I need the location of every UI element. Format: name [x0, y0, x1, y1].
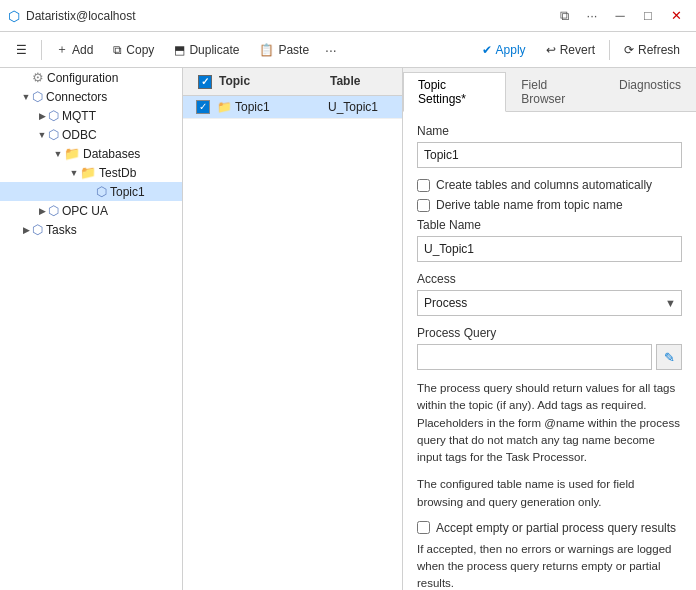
col-header-check	[183, 72, 211, 91]
row-checkbox[interactable]	[196, 100, 210, 114]
row-check	[183, 99, 211, 115]
table-name-label: Table Name	[417, 218, 682, 232]
process-query-edit-btn[interactable]: ✎	[656, 344, 682, 370]
tree-item-configuration[interactable]: ⚙ Configuration	[0, 68, 182, 87]
tree-item-connectors[interactable]: ▼ ⬡ Connectors	[0, 87, 182, 106]
derive-table-checkbox[interactable]	[417, 199, 430, 212]
title-bar: ⬡ Dataristix@localhost ⧉ ··· ─ □ ✕	[0, 0, 696, 32]
window-icon-btn[interactable]: ⧉	[552, 4, 576, 28]
tab-topic-settings[interactable]: Topic Settings*	[403, 72, 506, 112]
row-topic-label: Topic1	[235, 100, 270, 114]
accept-empty-label[interactable]: Accept empty or partial process query re…	[436, 521, 676, 535]
toggle-topic1	[84, 186, 96, 198]
duplicate-icon: ⬒	[174, 43, 185, 57]
tabs: Topic Settings* Field Browser Diagnostic…	[403, 68, 696, 112]
duplicate-button[interactable]: ⬒ Duplicate	[166, 39, 247, 61]
accept-empty-checkbox[interactable]	[417, 521, 430, 534]
tree-label-odbc: ODBC	[62, 128, 97, 142]
info-text-2: The configured table name is used for fi…	[417, 476, 682, 511]
tree-label-databases: Databases	[83, 147, 140, 161]
folder-icon-testdb: 📁	[80, 165, 96, 180]
toolbar: ☰ ＋ Add ⧉ Copy ⬒ Duplicate 📋 Paste ··· ✔…	[0, 32, 696, 68]
tab-field-browser[interactable]: Field Browser	[506, 72, 604, 111]
tree-item-topic1[interactable]: ⬡ Topic1	[0, 182, 182, 201]
minimize-btn[interactable]: ─	[608, 4, 632, 28]
maximize-btn[interactable]: □	[636, 4, 660, 28]
header-checkbox[interactable]	[198, 75, 212, 89]
toggle-configuration	[20, 72, 32, 84]
tree-item-odbc[interactable]: ▼ ⬡ ODBC	[0, 125, 182, 144]
middle-panel: Topic Table 📁 Topic1 U_Topic1	[183, 68, 403, 590]
gear-icon: ⚙	[32, 70, 44, 85]
apply-icon: ✔	[482, 43, 492, 57]
left-panel: ⚙ Configuration ▼ ⬡ Connectors ▶ ⬡ MQTT …	[0, 68, 183, 590]
name-field-row: Name	[417, 124, 682, 168]
paste-icon: 📋	[259, 43, 274, 57]
revert-icon: ↩	[546, 43, 556, 57]
process-query-field-row: Process Query ✎	[417, 326, 682, 370]
derive-table-label[interactable]: Derive table name from topic name	[436, 198, 623, 212]
sep2	[609, 40, 610, 60]
copy-icon: ⧉	[113, 43, 122, 57]
process-query-row: ✎	[417, 344, 682, 370]
tree-item-mqtt[interactable]: ▶ ⬡ MQTT	[0, 106, 182, 125]
tree-label-tasks: Tasks	[46, 223, 77, 237]
process-query-input[interactable]	[417, 344, 652, 370]
toggle-connectors: ▼	[20, 91, 32, 103]
row-topic: 📁 Topic1	[211, 99, 322, 115]
paste-button[interactable]: 📋 Paste	[251, 39, 317, 61]
toggle-testdb: ▼	[68, 167, 80, 179]
refresh-icon: ⟳	[624, 43, 634, 57]
process-query-label: Process Query	[417, 326, 682, 340]
info-text-1: The process query should return values f…	[417, 380, 682, 466]
tree-label-mqtt: MQTT	[62, 109, 96, 123]
add-button[interactable]: ＋ Add	[48, 37, 101, 62]
tab-diagnostics[interactable]: Diagnostics	[604, 72, 696, 111]
tree-item-opcua[interactable]: ▶ ⬡ OPC UA	[0, 201, 182, 220]
apply-button[interactable]: ✔ Apply	[474, 39, 534, 61]
window-title: Dataristix@localhost	[26, 9, 136, 23]
derive-table-row: Derive table name from topic name	[417, 198, 682, 212]
sep1	[41, 40, 42, 60]
plug-icon-odbc: ⬡	[48, 127, 59, 142]
name-input[interactable]	[417, 142, 682, 168]
table-name-field-row: Table Name	[417, 218, 682, 262]
tasks-icon: ⬡	[32, 222, 43, 237]
topic-icon-topic1: ⬡	[96, 184, 107, 199]
tree-item-tasks[interactable]: ▶ ⬡ Tasks	[0, 220, 182, 239]
settings-content: Name Create tables and columns automatic…	[403, 112, 696, 590]
create-tables-checkbox[interactable]	[417, 179, 430, 192]
menu-btn[interactable]: ☰	[8, 39, 35, 61]
access-label: Access	[417, 272, 682, 286]
toggle-databases: ▼	[52, 148, 64, 160]
tree-label-opcua: OPC UA	[62, 204, 108, 218]
close-btn[interactable]: ✕	[664, 4, 688, 28]
revert-button[interactable]: ↩ Revert	[538, 39, 603, 61]
table-header: Topic Table	[183, 68, 402, 96]
access-select[interactable]: Process Read Write	[417, 290, 682, 316]
plug-icon-mqtt: ⬡	[48, 108, 59, 123]
tree-item-testdb[interactable]: ▼ 📁 TestDb	[0, 163, 182, 182]
row-table: U_Topic1	[322, 99, 402, 115]
copy-button[interactable]: ⧉ Copy	[105, 39, 162, 61]
more-options-btn[interactable]: ···	[580, 4, 604, 28]
tree-label-topic1: Topic1	[110, 185, 145, 199]
plug-icon-connectors: ⬡	[32, 89, 43, 104]
col-header-table: Table	[322, 72, 402, 91]
tree-item-databases[interactable]: ▼ 📁 Databases	[0, 144, 182, 163]
accept-empty-row: Accept empty or partial process query re…	[417, 521, 682, 535]
refresh-button[interactable]: ⟳ Refresh	[616, 39, 688, 61]
table-row[interactable]: 📁 Topic1 U_Topic1	[183, 96, 402, 119]
create-tables-label[interactable]: Create tables and columns automatically	[436, 178, 652, 192]
tree-label-configuration: Configuration	[47, 71, 118, 85]
table-name-input[interactable]	[417, 236, 682, 262]
tree-label-connectors: Connectors	[46, 90, 107, 104]
topic-folder-icon: 📁	[217, 100, 232, 114]
name-label: Name	[417, 124, 682, 138]
more-tools[interactable]: ···	[321, 40, 341, 60]
toggle-opcua: ▶	[36, 205, 48, 217]
edit-icon: ✎	[664, 350, 675, 365]
app-icon: ⬡	[8, 8, 20, 24]
access-field-row: Access Process Read Write ▼	[417, 272, 682, 316]
toggle-tasks: ▶	[20, 224, 32, 236]
